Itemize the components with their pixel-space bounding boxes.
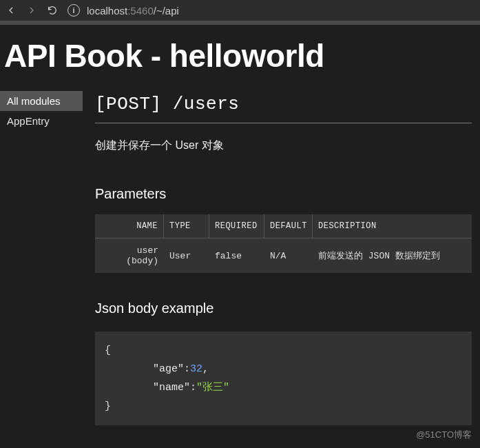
- page-title: API Book - helloworld: [0, 25, 480, 88]
- content-layout: All modules AppEntry [POST] /users 创建并保存…: [0, 88, 480, 425]
- json-line: "name":"张三": [105, 378, 462, 397]
- url-host: localhost: [87, 5, 127, 17]
- info-icon[interactable]: i: [67, 4, 80, 17]
- http-method: [POST]: [95, 94, 162, 114]
- brace-close: }: [105, 397, 462, 416]
- sidebar-item-all-modules[interactable]: All modules: [0, 91, 83, 111]
- col-name: NAME: [95, 214, 164, 238]
- json-example-heading: Json body example: [95, 301, 472, 316]
- colon: :: [190, 382, 196, 394]
- watermark: @51CTO博客: [416, 429, 472, 441]
- endpoint-path: /users: [162, 94, 240, 114]
- endpoint-description: 创建并保存一个 User 对象: [95, 139, 472, 153]
- parameters-heading: Parameters: [95, 186, 472, 202]
- comma: ,: [202, 363, 209, 375]
- col-description: DESCRIPTION: [313, 214, 472, 238]
- col-default: DEFAULT: [264, 214, 313, 238]
- json-value-str: "张三": [196, 382, 229, 394]
- cell-description: 前端发送的 JSON 数据绑定到: [313, 243, 472, 269]
- browser-toolbar: i localhost:5460/~/api: [0, 0, 480, 21]
- url-text: localhost:5460/~/api: [87, 5, 179, 17]
- reload-icon[interactable]: [47, 5, 58, 16]
- sidebar: All modules AppEntry: [0, 88, 83, 425]
- col-required: REQUIRED: [209, 214, 264, 238]
- parameters-table: NAME TYPE REQUIRED DEFAULT DESCRIPTION u…: [95, 214, 472, 273]
- col-type: TYPE: [164, 214, 209, 238]
- sidebar-item-appentry[interactable]: AppEntry: [0, 111, 83, 131]
- back-icon[interactable]: [6, 5, 17, 16]
- json-key: "age": [153, 363, 184, 375]
- url-path: /~/api: [154, 5, 179, 17]
- colon: :: [184, 363, 190, 375]
- brace-open: {: [105, 341, 462, 360]
- cell-name: user (body): [95, 238, 164, 273]
- table-header-row: NAME TYPE REQUIRED DEFAULT DESCRIPTION: [95, 214, 472, 238]
- json-example-code: { "age":32, "name":"张三" }: [95, 332, 472, 425]
- table-row: user (body) User false N/A 前端发送的 JSON 数据…: [95, 238, 472, 273]
- main-content: [POST] /users 创建并保存一个 User 对象 Parameters…: [83, 88, 480, 425]
- cell-type: User: [164, 244, 209, 268]
- endpoint-title: [POST] /users: [95, 88, 472, 123]
- url-port: :5460: [127, 5, 154, 17]
- forward-icon[interactable]: [26, 5, 37, 16]
- address-bar[interactable]: i localhost:5460/~/api: [67, 4, 179, 17]
- json-value-num: 32: [190, 363, 202, 375]
- cell-default: N/A: [264, 244, 313, 268]
- json-line: "age":32,: [105, 360, 462, 378]
- cell-required: false: [209, 244, 264, 268]
- json-key: "name": [153, 382, 190, 394]
